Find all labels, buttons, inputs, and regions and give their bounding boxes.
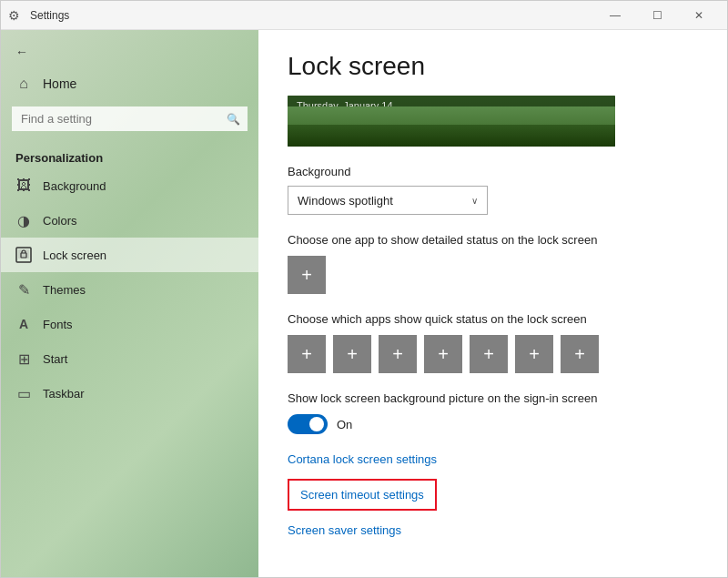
colors-icon: ◑ (15, 212, 32, 228)
page-title: Lock screen (288, 52, 698, 81)
main-content: Lock screen Thursday, January 14 Backgro… (258, 30, 727, 577)
search-box: 🔍 (12, 106, 248, 131)
sidebar-item-lock-screen[interactable]: Lock screen (1, 238, 258, 272)
settings-window: ⚙ Settings — ☐ ✕ ← ⌂ Home 🔍 (0, 0, 728, 578)
background-dropdown-value: Windows spotlight (298, 194, 393, 208)
detailed-status-label: Choose one app to show detailed status o… (288, 233, 698, 247)
home-nav-item[interactable]: ⌂ Home (1, 66, 258, 101)
sidebar-item-label: Taskbar (43, 387, 85, 401)
window-controls: — ☐ ✕ (594, 1, 720, 30)
signin-toggle[interactable] (288, 414, 328, 434)
themes-icon: ✎ (15, 281, 32, 298)
sidebar-item-themes[interactable]: ✎ Themes (1, 272, 258, 307)
toggle-knob (309, 417, 324, 431)
quick-app-btn-1[interactable]: + (288, 335, 326, 373)
quick-app-btn-3[interactable]: + (379, 335, 417, 373)
toggle-state-label: On (337, 418, 352, 431)
sidebar: ← ⌂ Home 🔍 Personalization 🖼 Background … (1, 30, 258, 577)
quick-status-label: Choose which apps show quick status on t… (288, 312, 698, 326)
sidebar-item-label: Lock screen (43, 248, 106, 262)
cortana-link[interactable]: Cortana lock screen settings (288, 452, 698, 466)
dropdown-arrow-icon: ∨ (471, 196, 478, 206)
detailed-status-app-button[interactable]: + (288, 256, 326, 294)
sidebar-item-label: Start (43, 352, 67, 366)
sidebar-item-label: Colors (43, 214, 77, 228)
screen-timeout-link[interactable]: Screen timeout settings (289, 481, 435, 509)
quick-app-btn-2[interactable]: + (333, 335, 371, 373)
settings-icon: ⚙ (8, 8, 23, 23)
background-icon: 🖼 (15, 177, 32, 194)
sidebar-item-fonts[interactable]: A Fonts (1, 307, 258, 341)
lock-screen-icon (15, 247, 32, 263)
nav-top: ← ⌂ Home 🔍 (1, 30, 258, 144)
quick-app-btn-6[interactable]: + (515, 335, 553, 373)
quick-app-btn-7[interactable]: + (561, 335, 599, 373)
section-label: Personalization (1, 144, 258, 168)
fonts-icon: A (15, 316, 32, 332)
maximize-button[interactable]: ☐ (636, 1, 678, 30)
app-body: ← ⌂ Home 🔍 Personalization 🖼 Background … (1, 30, 727, 577)
home-icon: ⌂ (15, 76, 32, 92)
search-input[interactable] (12, 106, 248, 131)
search-icon: 🔍 (227, 113, 240, 126)
minimize-button[interactable]: — (594, 1, 636, 30)
background-field-label: Background (288, 165, 698, 178)
background-dropdown[interactable]: Windows spotlight ∨ (288, 186, 488, 215)
quick-status-apps-row: + + + + + + + (288, 335, 698, 373)
titlebar: ⚙ Settings — ☐ ✕ (1, 1, 727, 30)
signin-toggle-section: Show lock screen background picture on t… (288, 391, 698, 434)
lock-screen-preview: Thursday, January 14 (288, 96, 615, 147)
sidebar-item-label: Background (43, 179, 106, 193)
signin-toggle-label: Show lock screen background picture on t… (288, 391, 698, 405)
close-button[interactable]: ✕ (678, 1, 720, 30)
back-button[interactable]: ← (1, 37, 258, 66)
window-title: Settings (30, 9, 594, 22)
sidebar-item-label: Themes (43, 283, 86, 297)
quick-app-btn-5[interactable]: + (470, 335, 508, 373)
quick-app-btn-4[interactable]: + (424, 335, 462, 373)
sidebar-item-taskbar[interactable]: ▭ Taskbar (1, 376, 258, 411)
taskbar-icon: ▭ (15, 385, 32, 401)
sidebar-item-start[interactable]: ⊞ Start (1, 341, 258, 376)
sidebar-item-background[interactable]: 🖼 Background (1, 168, 258, 203)
home-label: Home (43, 76, 76, 91)
screen-saver-link[interactable]: Screen saver settings (288, 523, 698, 537)
sidebar-item-colors[interactable]: ◑ Colors (1, 203, 258, 238)
start-icon: ⊞ (15, 350, 32, 367)
back-icon: ← (15, 45, 28, 59)
toggle-row: On (288, 414, 698, 434)
sidebar-item-label: Fonts (43, 318, 73, 331)
